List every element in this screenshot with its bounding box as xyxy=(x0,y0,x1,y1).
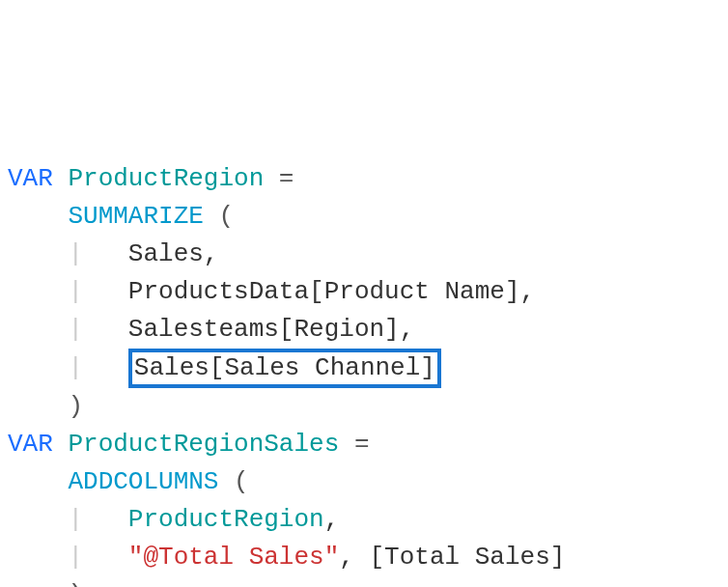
var-keyword: VAR xyxy=(8,164,53,193)
arg-productregion: ProductRegion xyxy=(128,505,324,534)
arg-productsdata: ProductsData[Product Name] xyxy=(128,277,520,306)
close-paren: ) xyxy=(68,580,83,588)
var2-name: ProductRegionSales xyxy=(68,430,339,459)
close-paren: ) xyxy=(68,392,83,421)
arg-total-sales-string: "@Total Sales" xyxy=(128,543,339,572)
indent-guide: | xyxy=(68,315,83,344)
indent-guide: | xyxy=(68,505,83,534)
arg-sales-channel: Sales[Sales Channel] xyxy=(134,353,435,382)
comma: , xyxy=(204,239,219,268)
var-keyword: VAR xyxy=(8,430,53,459)
indent-guide: | xyxy=(68,543,83,572)
var1-name: ProductRegion xyxy=(68,164,264,193)
dax-code-block: VAR ProductRegion = SUMMARIZE ( | Sales,… xyxy=(8,160,720,587)
summarize-func: SUMMARIZE xyxy=(68,202,203,231)
indent-guide: | xyxy=(68,239,83,268)
equals-sign: = xyxy=(339,430,369,459)
indent-guide: | xyxy=(68,277,83,306)
comma: , xyxy=(400,315,415,344)
equals-sign: = xyxy=(264,164,294,193)
arg-total-sales-measure: [Total Sales] xyxy=(370,543,566,572)
open-paren: ( xyxy=(218,467,248,496)
arg-sales: Sales xyxy=(128,239,204,268)
highlighted-code: Sales[Sales Channel] xyxy=(128,349,441,388)
arg-salesteams: Salesteams[Region] xyxy=(128,315,400,344)
comma: , xyxy=(324,505,340,534)
comma: , xyxy=(520,277,536,306)
addcolumns-func: ADDCOLUMNS xyxy=(68,467,218,496)
open-paren: ( xyxy=(204,202,234,231)
comma: , xyxy=(339,543,354,572)
indent-guide: | xyxy=(68,353,83,382)
